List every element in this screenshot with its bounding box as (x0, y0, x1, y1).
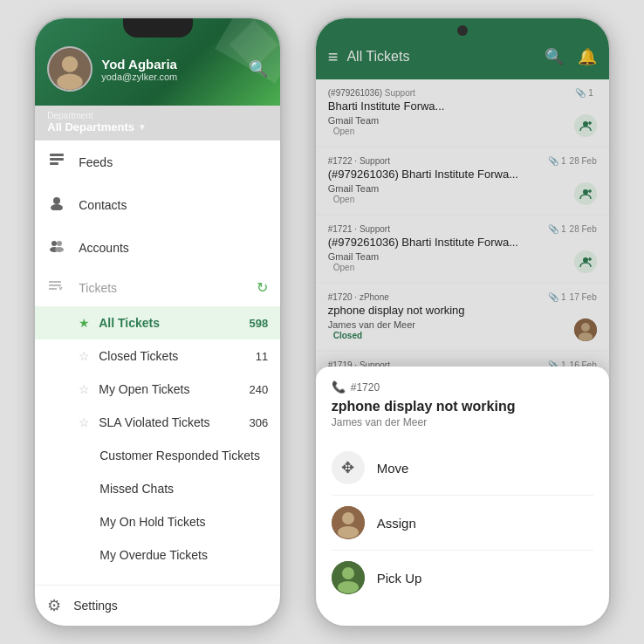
popup-action-label: Move (377, 461, 409, 476)
svg-point-9 (57, 241, 62, 246)
svg-point-11 (55, 247, 64, 252)
svg-rect-4 (50, 158, 64, 161)
settings-label: Settings (73, 599, 118, 613)
popup-ticket-number: #1720 (351, 381, 380, 394)
popup-card: 📞 #1720 zphone display not working James… (316, 367, 609, 626)
popup-ticket-subtitle: James van der Meer (332, 416, 593, 428)
settings-icon: ⚙ (47, 596, 61, 615)
ticket-count-badge: 240 (250, 383, 269, 396)
popup-ticket-ref: 📞 #1720 (332, 380, 593, 394)
sidebar-item-missed-chats[interactable]: Missed Chats (35, 472, 280, 505)
sidebar-item-label: My Overdue Tickets (79, 548, 268, 562)
sidebar-content: Feeds Contacts (35, 140, 280, 585)
chevron-down-icon: ▼ (138, 122, 147, 132)
sidebar-item-label: Feeds (79, 155, 268, 169)
sidebar-item-closed-tickets[interactable]: ☆ Closed Tickets 11 (35, 339, 280, 373)
assign-action[interactable]: Assign (332, 496, 593, 551)
move-action[interactable]: ✥ Move (332, 441, 593, 496)
phone-notch-left (123, 18, 193, 38)
header-user-info: Yod Agbaria yoda@zylker.com (101, 57, 240, 82)
svg-point-20 (338, 526, 359, 538)
sidebar-item-my-open-tickets[interactable]: ☆ My Open Tickets 240 (35, 373, 280, 406)
header-name: Yod Agbaria (101, 57, 240, 72)
department-bar[interactable]: Department All Departments ▼ (35, 106, 280, 140)
sidebar-item-label: All Tickets (99, 316, 240, 330)
header-email: yoda@zylker.com (101, 72, 240, 82)
sidebar-item-customer-responded[interactable]: Customer Responded Tickets (35, 439, 280, 472)
ticket-count-badge: 11 (256, 350, 268, 363)
refresh-icon[interactable]: ↻ (257, 279, 268, 296)
svg-point-6 (53, 197, 60, 204)
sidebar-item-label: Closed Tickets (99, 349, 247, 363)
dept-value: All Departments ▼ (47, 120, 268, 134)
sidebar-settings[interactable]: ⚙ Settings (35, 585, 280, 626)
svg-point-2 (57, 74, 83, 90)
svg-point-8 (51, 241, 57, 246)
tickets-section-header: Tickets ↻ (35, 269, 280, 306)
sidebar-item-contacts[interactable]: Contacts (35, 183, 280, 226)
right-phone: ≡ All Tickets 🔍 🔔 (#979261036) Support 📎… (314, 17, 611, 627)
feeds-icon (47, 152, 66, 172)
tickets-label: Tickets (79, 281, 244, 295)
accounts-icon (47, 237, 66, 257)
popup-action-label: Assign (377, 516, 416, 531)
ticket-count-badge: 306 (250, 416, 269, 429)
sidebar-item-overdue[interactable]: My Overdue Tickets (35, 538, 280, 572)
ticket-count-badge: 598 (250, 317, 269, 330)
star-icon: ☆ (79, 349, 90, 363)
popup-ticket-title: zphone display not working (332, 399, 593, 414)
star-icon: ☆ (79, 415, 90, 429)
pickup-avatar (332, 561, 365, 594)
dept-label: Department (47, 111, 268, 120)
svg-rect-5 (50, 162, 58, 165)
sidebar-item-label: Contacts (79, 198, 268, 212)
svg-point-23 (338, 581, 359, 593)
left-phone: Yod Agbaria yoda@zylker.com 🔍 Department… (33, 17, 282, 627)
popup-action-label: Pick Up (377, 571, 422, 586)
contacts-icon (47, 195, 66, 215)
assign-avatar (332, 506, 365, 539)
sidebar-item-accounts[interactable]: Accounts (35, 226, 280, 269)
popup-overlay: 📞 #1720 zphone display not working James… (316, 18, 609, 626)
svg-point-22 (342, 567, 354, 579)
sidebar-item-feeds[interactable]: Feeds (35, 140, 280, 183)
pickup-action[interactable]: Pick Up (332, 551, 593, 605)
header-search-icon[interactable]: 🔍 (249, 59, 268, 79)
sidebar-item-label: SLA Violated Tickets (99, 415, 240, 429)
sidebar-item-label: Missed Chats (79, 482, 268, 496)
svg-rect-3 (50, 154, 64, 156)
sidebar-item-label: My Open Tickets (99, 382, 240, 396)
sidebar-item-label: My On Hold Tickets (79, 515, 268, 529)
avatar (47, 46, 92, 92)
star-icon: ★ (79, 316, 90, 330)
star-icon: ☆ (79, 382, 90, 396)
sidebar-item-label: Customer Responded Tickets (79, 449, 268, 462)
svg-point-19 (342, 512, 354, 524)
tickets-icon (47, 277, 66, 298)
sidebar-item-all-tickets[interactable]: ★ All Tickets 598 (35, 306, 280, 339)
move-icon: ✥ (332, 451, 365, 484)
sidebar-item-on-hold[interactable]: My On Hold Tickets (35, 505, 280, 538)
sidebar-item-label: Accounts (79, 241, 268, 255)
svg-point-7 (51, 204, 63, 210)
sidebar-item-sla-violated[interactable]: ☆ SLA Violated Tickets 306 (35, 406, 280, 439)
svg-point-1 (62, 56, 78, 72)
